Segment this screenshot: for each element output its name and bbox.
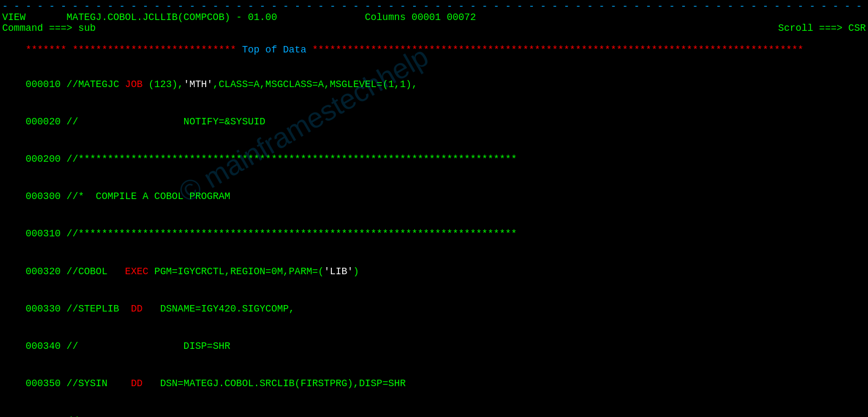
code-line-000300: 000300 //* COMPILE A COBOL PROGRAM [0, 178, 868, 215]
top-of-data-line: ******* **************************** Top… [0, 34, 868, 66]
stars-right: ****************************************… [312, 44, 804, 55]
main-screen: - - - - - - - - - - - - - - - - - - - - … [0, 0, 868, 417]
stars-left: ******* **************************** [25, 44, 236, 55]
command-input[interactable] [78, 23, 565, 34]
header-line: VIEW MATEGJ.COBOL.JCLLIB(COMPCOB) - 01.0… [0, 12, 868, 23]
scroll-label: Scroll ===> CSR [778, 23, 866, 34]
code-line-000320: 000320 //COBOL EXEC PGM=IGYCRCTL,REGION=… [0, 253, 868, 290]
code-line-000340: 000340 // DISP=SHR [0, 328, 868, 365]
command-label: Command ===> [2, 23, 73, 34]
top-border: - - - - - - - - - - - - - - - - - - - - … [0, 0, 868, 12]
code-line-000350: 000350 //SYSIN DD DSN=MATEGJ.COBOL.SRCLI… [0, 365, 868, 402]
command-line: Command ===> Scroll ===> CSR [0, 23, 868, 34]
code-line-000310: 000310 //*******************************… [0, 215, 868, 253]
code-line-000360: 000360 //SYSLIB DD DSN=MATEGJ.COPYLIB,DI… [0, 402, 868, 417]
code-line-000010: 000010 //MATEGJC JOB (123),'MTH',CLASS=A… [0, 66, 868, 103]
top-of-data-text: Top of Data [236, 44, 312, 55]
code-line-000330: 000330 //STEPLIB DD DSNAME=IGY420.SIGYCO… [0, 290, 868, 328]
code-line-000200: 000200 //*******************************… [0, 141, 868, 178]
code-line-000020: 000020 // NOTIFY=&SYSUID [0, 103, 868, 141]
